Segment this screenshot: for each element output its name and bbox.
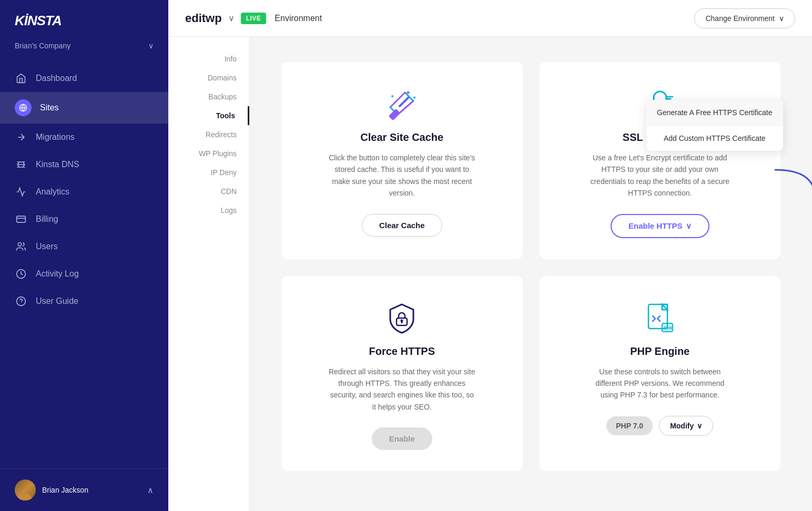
sidebar-item-label: Activity Log [36, 269, 79, 279]
subnav-item-wp-plugins[interactable]: WP Plugins [168, 144, 249, 163]
sidebar-item-migrations[interactable]: Migrations [0, 124, 168, 151]
clear-cache-card: Clear Site Cache Click the button to com… [281, 62, 523, 259]
force-https-title: Force HTTPS [369, 345, 435, 357]
logo: KİNSTA [0, 0, 168, 37]
php-engine-description: Use these controls to switch between dif… [586, 366, 734, 401]
ssl-dropdown-item-custom[interactable]: Add Custom HTTPS Certificate [646, 126, 783, 151]
company-chevron: ∨ [148, 42, 154, 50]
clear-cache-button[interactable]: Clear Cache [362, 214, 442, 237]
ssl-dropdown-item-free[interactable]: Generate A Free HTTPS Certificate [646, 100, 783, 126]
sidebar-item-users[interactable]: Users [0, 233, 168, 260]
sidebar-item-label: Migrations [36, 132, 75, 142]
subnav-item-tools[interactable]: Tools [168, 106, 249, 125]
live-badge: LIVE [241, 13, 267, 24]
ssl-dropdown: Generate A Free HTTPS Certificate Add Cu… [646, 100, 783, 151]
ssl-certificate-card: SSL Certificate Use a free Let's Encrypt… [540, 62, 781, 259]
user-profile[interactable]: Brian Jackson [15, 479, 88, 500]
site-selector-chevron[interactable]: ∨ [228, 13, 235, 23]
sidebar-item-label: Billing [36, 214, 58, 224]
subnav-item-info[interactable]: Info [168, 49, 249, 68]
sidebar-item-dashboard[interactable]: Dashboard [0, 65, 168, 92]
user-menu-chevron[interactable]: ∧ [147, 485, 154, 495]
users-icon [15, 240, 27, 253]
company-selector[interactable]: Brian's Company ∨ [0, 37, 168, 60]
svg-point-4 [18, 243, 22, 247]
change-environment-button[interactable]: Change Environment ∨ [694, 8, 795, 28]
sidebar-item-sites[interactable]: Sites [0, 92, 168, 124]
svg-line-9 [390, 93, 405, 107]
force-https-icon [385, 301, 419, 335]
svg-rect-23 [401, 321, 403, 323]
php-engine-title: PHP Engine [630, 345, 689, 357]
site-name: editwp [185, 12, 222, 25]
sidebar-item-label: Kinsta DNS [36, 160, 79, 169]
content-wrapper: Info Domains Backups Tools Redirects WP … [168, 37, 812, 511]
avatar [15, 479, 36, 500]
user-name: Brian Jackson [42, 486, 88, 494]
svg-rect-13 [389, 109, 401, 121]
company-name: Brian's Company [15, 42, 70, 50]
php-engine-card: PHP PHP Engine Use these controls to swi… [540, 276, 781, 472]
sidebar-item-kinsta-dns[interactable]: Kinsta DNS [0, 151, 168, 178]
sidebar: KİNSTA Brian's Company ∨ Dashboard [0, 0, 168, 511]
environment-label: Environment [275, 14, 322, 23]
subnav-item-backups[interactable]: Backups [168, 87, 249, 106]
sidebar-item-label: Sites [40, 103, 59, 113]
migrations-icon [15, 131, 27, 144]
clear-cache-title: Clear Site Cache [360, 131, 443, 144]
svg-line-12 [400, 98, 408, 106]
sidebar-item-billing[interactable]: Billing [0, 206, 168, 233]
subnav-item-domains[interactable]: Domains [168, 68, 249, 87]
svg-text:PHP: PHP [664, 325, 674, 331]
modify-chevron: ∨ [697, 422, 702, 430]
sidebar-footer: Brian Jackson ∧ [0, 468, 168, 511]
subnav: Info Domains Backups Tools Redirects WP … [168, 37, 250, 511]
topbar-left: editwp ∨ LIVE Environment [185, 12, 322, 25]
subnav-item-redirects[interactable]: Redirects [168, 125, 249, 144]
topbar: editwp ∨ LIVE Environment Change Environ… [168, 0, 812, 37]
arrow-annotation [770, 165, 812, 207]
sidebar-item-label: User Guide [36, 297, 78, 306]
ssl-description: Use a free Let's Encrypt certificate to … [586, 152, 734, 199]
php-version-badge: PHP 7.0 [606, 416, 653, 435]
svg-line-11 [398, 101, 413, 115]
clear-cache-description: Click the button to completely clear thi… [328, 152, 475, 199]
force-https-card: Force HTTPS Redirect all visitors so tha… [281, 276, 523, 472]
force-https-button[interactable]: Enable [372, 427, 432, 450]
subnav-item-cdn[interactable]: CDN [168, 182, 249, 201]
php-modify-button[interactable]: Modify ∨ [659, 416, 713, 436]
svg-rect-2 [17, 216, 26, 222]
sidebar-item-activity-log[interactable]: Activity Log [0, 260, 168, 288]
sidebar-item-analytics[interactable]: Analytics [0, 178, 168, 206]
analytics-icon [15, 186, 27, 198]
billing-icon [15, 213, 27, 226]
subnav-item-logs[interactable]: Logs [168, 201, 249, 220]
sidebar-item-label: Dashboard [36, 74, 77, 83]
guide-icon [15, 295, 27, 308]
activity-icon [15, 268, 27, 280]
enable-https-button[interactable]: Enable HTTPS ∨ [611, 214, 709, 238]
sidebar-nav: Dashboard Sites Migrations [0, 60, 168, 468]
sidebar-item-label: Users [36, 242, 58, 251]
php-icon: PHP [643, 301, 677, 335]
dns-icon [15, 158, 27, 171]
https-btn-chevron: ∨ [686, 221, 692, 231]
sidebar-item-user-guide[interactable]: User Guide [0, 288, 168, 315]
php-controls: PHP 7.0 Modify ∨ [606, 416, 713, 436]
change-env-chevron: ∨ [779, 14, 784, 23]
sites-icon-circle [15, 99, 32, 116]
tools-grid: Clear Site Cache Click the button to com… [281, 62, 780, 471]
tools-main: Clear Site Cache Click the button to com… [250, 37, 812, 511]
subnav-item-ip-deny[interactable]: IP Deny [168, 163, 249, 182]
logo-text: KİNSTA [15, 13, 62, 28]
main-content: editwp ∨ LIVE Environment Change Environ… [168, 0, 812, 511]
clear-cache-icon [385, 87, 419, 121]
sidebar-item-label: Analytics [36, 187, 69, 197]
home-icon [15, 72, 27, 85]
force-https-description: Redirect all visitors so that they visit… [328, 366, 475, 413]
